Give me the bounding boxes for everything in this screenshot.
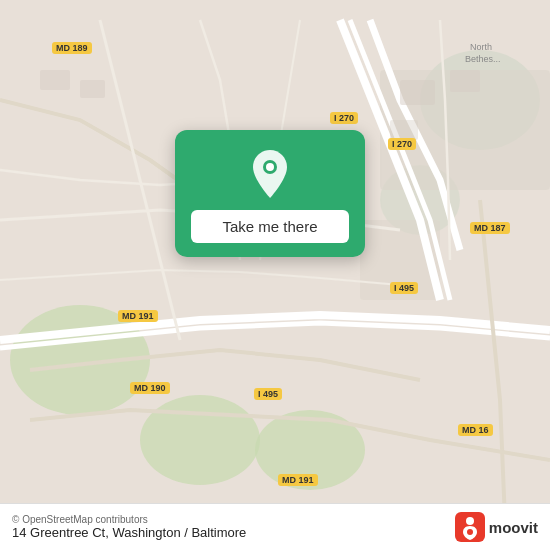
map-background: North Bethes... xyxy=(0,0,550,550)
address-block: © OpenStreetMap contributors 14 Greentre… xyxy=(12,514,246,540)
svg-rect-11 xyxy=(450,70,480,92)
road-label-i495a: I 495 xyxy=(390,282,418,294)
road-label-md190a: MD 190 xyxy=(130,382,170,394)
take-me-there-button[interactable]: Take me there xyxy=(191,210,349,243)
svg-rect-12 xyxy=(390,120,418,140)
road-label-md191b: MD 16 xyxy=(458,424,493,436)
bottom-bar: © OpenStreetMap contributors 14 Greentre… xyxy=(0,503,550,550)
road-label-md189: MD 189 xyxy=(52,42,92,54)
moovit-logo: moovit xyxy=(455,512,538,542)
osm-credit: © OpenStreetMap contributors xyxy=(12,514,246,525)
location-pin-icon xyxy=(244,148,296,200)
map-container: North Bethes... MD 189 I 270 I 270 MD 18… xyxy=(0,0,550,550)
road-label-i270b: I 270 xyxy=(388,138,416,150)
svg-rect-9 xyxy=(80,80,105,98)
svg-rect-8 xyxy=(40,70,70,90)
svg-text:North: North xyxy=(470,42,492,52)
road-label-i495b: I 495 xyxy=(254,388,282,400)
road-label-md190b: MD 191 xyxy=(278,474,318,486)
moovit-brand-text: moovit xyxy=(489,519,538,536)
svg-text:Bethes...: Bethes... xyxy=(465,54,501,64)
svg-point-19 xyxy=(467,529,473,535)
road-label-md191a: MD 191 xyxy=(118,310,158,322)
location-popup: Take me there xyxy=(175,130,365,257)
svg-point-18 xyxy=(466,517,474,525)
svg-point-2 xyxy=(140,395,260,485)
svg-rect-10 xyxy=(400,80,435,105)
address-text: 14 Greentree Ct, Washington / Baltimore xyxy=(12,525,246,540)
moovit-logo-icon xyxy=(455,512,485,542)
road-label-i270a: I 270 xyxy=(330,112,358,124)
svg-point-16 xyxy=(266,163,274,171)
road-label-md187: MD 187 xyxy=(470,222,510,234)
